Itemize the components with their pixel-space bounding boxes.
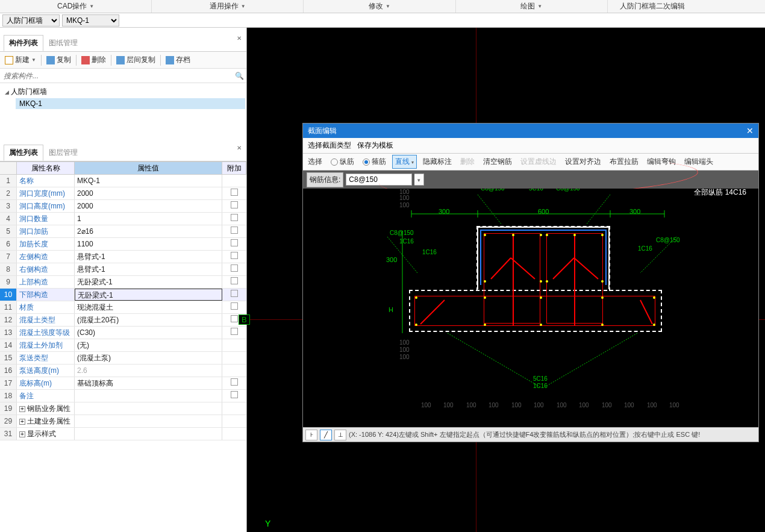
tab-layer-mgmt[interactable]: 图层管理 bbox=[43, 145, 83, 161]
close-icon[interactable]: ✕ bbox=[236, 143, 243, 152]
menu-draw[interactable]: 绘图▼ bbox=[456, 0, 608, 13]
tool-hide-label[interactable]: 隐藏标注 bbox=[420, 155, 454, 168]
svg-point-25 bbox=[540, 280, 542, 283]
archive-button[interactable]: 存档 bbox=[163, 54, 193, 66]
property-row[interactable]: 29+土建业务属性 bbox=[0, 415, 246, 428]
tab-property-list[interactable]: 属性列表 bbox=[4, 145, 43, 161]
col-value: 属性值 bbox=[75, 162, 222, 174]
rebar-input-row: 钢筋信息: ▾ bbox=[303, 171, 758, 189]
snap-intersect-icon[interactable]: ╱ bbox=[320, 430, 332, 440]
property-row[interactable]: 17底标高(m)基础顶标高 bbox=[0, 377, 246, 390]
rebar-label: 1C16 bbox=[638, 245, 652, 252]
property-row[interactable]: 9上部构造无卧梁式-1 bbox=[0, 276, 246, 289]
checkbox-icon[interactable] bbox=[231, 391, 238, 398]
tool-bend[interactable]: 编辑弯钩 bbox=[645, 155, 678, 168]
copy-icon bbox=[46, 56, 55, 64]
tool-align[interactable]: 设置对齐边 bbox=[563, 155, 604, 168]
delete-button[interactable]: 删除 bbox=[79, 54, 108, 66]
property-row[interactable]: 18备注 bbox=[0, 390, 246, 402]
property-row[interactable]: 5洞口加筋2⌀16 bbox=[0, 225, 246, 238]
search-input[interactable] bbox=[0, 69, 232, 83]
property-row[interactable]: 15泵送类型(混凝土泵) bbox=[0, 352, 246, 365]
tree-root[interactable]: 人防门框墙 bbox=[1, 86, 245, 98]
svg-line-12 bbox=[491, 258, 511, 279]
menu-secondary-edit[interactable]: 人防门框墙二次编辑 bbox=[608, 0, 765, 13]
property-row[interactable]: 1名称MKQ-1 bbox=[0, 175, 246, 187]
component-toolbar: 新建▼ 复制 删除 层间复制 存档 bbox=[0, 52, 246, 69]
property-row[interactable]: 3洞口高度(mm)2000 bbox=[0, 200, 246, 213]
snap-perp-icon[interactable]: ⊥ bbox=[334, 430, 346, 440]
tool-clear[interactable]: 清空钢筋 bbox=[481, 155, 514, 168]
editor-canvas[interactable]: 全部纵筋 14C16 C8@150 5C16 C8@150 300 600 30… bbox=[303, 189, 758, 427]
floor-copy-icon bbox=[116, 56, 125, 64]
property-row[interactable]: 14混凝土外加剂(无) bbox=[0, 339, 246, 352]
tool-line[interactable]: 直线 ▾ bbox=[392, 155, 417, 169]
rebar-info-label: 钢筋信息: bbox=[307, 172, 343, 187]
property-row[interactable]: 6加筋长度1100 bbox=[0, 238, 246, 251]
checkbox-icon[interactable] bbox=[231, 252, 238, 259]
close-icon[interactable]: ✕ bbox=[236, 34, 243, 43]
rebar-label: C8@150 bbox=[556, 189, 580, 192]
floor-copy-button[interactable]: 层间复制 bbox=[114, 54, 158, 66]
svg-point-33 bbox=[415, 324, 417, 326]
radio-icon bbox=[331, 158, 338, 166]
tool-end[interactable]: 编辑端头 bbox=[682, 155, 716, 168]
tool-delete[interactable]: 删除 bbox=[458, 155, 477, 168]
tool-dash[interactable]: 设置虚线边 bbox=[518, 155, 559, 168]
checkbox-icon[interactable] bbox=[231, 302, 238, 310]
svg-point-29 bbox=[484, 296, 486, 299]
tree-item-mkq1[interactable]: MKQ-1 bbox=[16, 98, 245, 109]
tool-select[interactable]: 选择 bbox=[305, 155, 325, 168]
menu-modify[interactable]: 修改▼ bbox=[304, 0, 455, 13]
svg-point-32 bbox=[653, 296, 655, 299]
rebar-label: C8@150 bbox=[390, 230, 414, 236]
property-row[interactable]: 10下部构造无卧梁式-1 bbox=[0, 289, 246, 301]
tool-stirrup[interactable]: 箍筋 bbox=[360, 155, 389, 168]
item-select[interactable]: MKQ-1 bbox=[62, 14, 119, 27]
snap-endpoint-icon[interactable]: ⊦ bbox=[305, 430, 317, 440]
checkbox-icon[interactable] bbox=[231, 264, 238, 272]
property-row[interactable]: 19+钢筋业务属性 bbox=[0, 402, 246, 415]
type-select[interactable]: 人防门框墙 bbox=[2, 14, 60, 27]
svg-point-35 bbox=[540, 324, 542, 326]
search-icon[interactable]: 🔍 bbox=[232, 69, 246, 83]
tab-drawing-mgmt[interactable]: 图纸管理 bbox=[43, 35, 83, 51]
tab-component-list[interactable]: 构件列表 bbox=[4, 35, 43, 51]
checkbox-icon[interactable] bbox=[231, 378, 238, 386]
copy-button[interactable]: 复制 bbox=[44, 54, 73, 66]
checkbox-icon[interactable] bbox=[231, 214, 238, 221]
property-row[interactable]: 4洞口数量1 bbox=[0, 213, 246, 225]
property-row[interactable]: 13混凝土强度等级(C30) bbox=[0, 327, 246, 339]
checkbox-icon[interactable] bbox=[231, 277, 238, 284]
new-button[interactable]: 新建▼ bbox=[2, 54, 39, 66]
tool-long-bar[interactable]: 纵筋 bbox=[328, 155, 357, 168]
close-icon[interactable]: ✕ bbox=[746, 126, 754, 136]
checkbox-icon[interactable] bbox=[231, 201, 238, 208]
checkbox-icon[interactable] bbox=[231, 189, 238, 196]
checkbox-icon[interactable] bbox=[231, 227, 238, 234]
property-row[interactable]: 11材质现浇混凝土 bbox=[0, 301, 246, 314]
menu-save-template[interactable]: 保存为模板 bbox=[357, 140, 393, 151]
menu-cad[interactable]: CAD操作▼ bbox=[0, 0, 152, 13]
main-canvas[interactable]: B Y 截面编辑 ✕ 选择截面类型 保存为模板 选择 纵筋 箍筋 直线 ▾ 隐藏… bbox=[247, 28, 765, 532]
axis-label-y: Y bbox=[265, 519, 270, 528]
property-row[interactable]: 8右侧构造悬臂式-1 bbox=[0, 263, 246, 276]
rebar-label: 1C16 bbox=[533, 383, 548, 389]
property-row[interactable]: 2洞口宽度(mm)2000 bbox=[0, 187, 246, 200]
editor-toolbar: 选择 纵筋 箍筋 直线 ▾ 隐藏标注 删除 清空钢筋 设置虚线边 设置对齐边 布… bbox=[303, 154, 758, 171]
menu-general[interactable]: 通用操作▼ bbox=[152, 0, 304, 13]
rebar-info-input[interactable] bbox=[346, 174, 412, 186]
checkbox-icon[interactable] bbox=[231, 328, 238, 335]
property-row[interactable]: 7左侧构造悬臂式-1 bbox=[0, 251, 246, 263]
checkbox-icon[interactable] bbox=[231, 290, 238, 297]
dropdown-caret-icon[interactable]: ▾ bbox=[414, 174, 424, 186]
tool-tie[interactable]: 布置拉筋 bbox=[607, 155, 641, 168]
checkbox-icon[interactable] bbox=[231, 315, 238, 322]
property-row[interactable]: 12混凝土类型(混凝土20石) bbox=[0, 314, 246, 327]
svg-point-20 bbox=[540, 234, 542, 236]
editor-titlebar[interactable]: 截面编辑 ✕ bbox=[303, 124, 758, 138]
property-row[interactable]: 31+显示样式 bbox=[0, 428, 246, 440]
checkbox-icon[interactable] bbox=[231, 239, 238, 246]
menu-select-section[interactable]: 选择截面类型 bbox=[308, 140, 351, 151]
property-row[interactable]: 16泵送高度(m)2.6 bbox=[0, 365, 246, 377]
